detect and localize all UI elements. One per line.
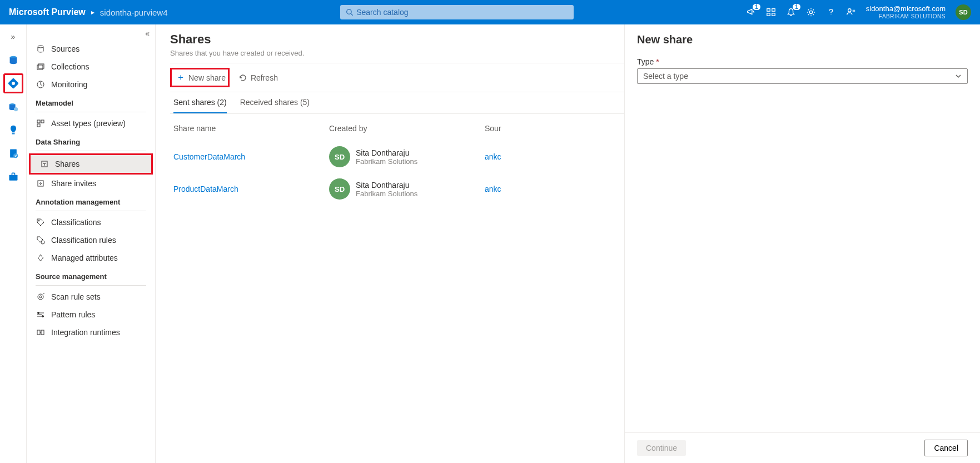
sidebar-item-label: Classifications [51, 218, 101, 227]
col-created-by[interactable]: Created by [329, 124, 485, 133]
sidebar-item-sources[interactable]: Sources [27, 40, 155, 58]
workspace-name[interactable]: sidontha-purview4 [100, 8, 168, 17]
creator-cell: SD Sita Dontharaju Fabrikam Solutions [329, 178, 485, 200]
rail-item-policy[interactable] [3, 143, 23, 163]
search-box[interactable] [340, 5, 574, 19]
gear-icon[interactable] [806, 7, 816, 17]
sidebar-item-asset-types[interactable]: Asset types (preview) [27, 114, 155, 132]
help-icon[interactable] [826, 7, 836, 17]
sidebar-item-pattern-rules[interactable]: Pattern rules [27, 306, 155, 323]
source-link[interactable]: ankc [485, 152, 621, 161]
svg-rect-20 [37, 120, 40, 123]
svg-point-27 [38, 294, 43, 300]
sidebar-item-shares[interactable]: Shares [29, 153, 153, 175]
table-row: ProductDataMarch SD Sita Dontharaju Fabr… [170, 173, 624, 205]
layout: » « Sources Collections [0, 24, 980, 463]
rail-item-data-estate[interactable] [3, 97, 23, 117]
search-input[interactable] [353, 8, 568, 17]
col-share-name[interactable]: Share name [173, 124, 329, 133]
bell-icon[interactable]: 1 [786, 7, 796, 17]
tabs: Sent shares (2) Received shares (5) [170, 92, 624, 114]
chevron-down-icon [955, 73, 962, 79]
rail-item-data-map[interactable] [3, 73, 23, 93]
directory-icon[interactable] [766, 7, 776, 17]
svg-point-10 [12, 82, 15, 85]
creator-avatar: SD [329, 178, 350, 200]
type-label: Type * [637, 57, 968, 66]
creator-name: Sita Dontharaju [356, 148, 417, 157]
share-link[interactable]: CustomerDataMarch [173, 152, 245, 161]
sidebar-item-classification-rules[interactable]: Classification rules [27, 231, 155, 249]
sidebar-item-integration-runtimes[interactable]: Integration runtimes [27, 323, 155, 341]
user-org: FABRIKAM SOLUTIONS [866, 13, 946, 20]
svg-point-6 [809, 11, 812, 13]
creator-name: Sita Dontharaju [356, 181, 417, 190]
share-link[interactable]: ProductDataMarch [173, 185, 238, 193]
rail-expand-icon[interactable]: » [3, 30, 23, 43]
new-share-label: New share [188, 73, 226, 82]
megaphone-icon[interactable]: 1 [746, 7, 756, 17]
svg-rect-2 [767, 9, 770, 12]
feedback-icon[interactable] [846, 7, 856, 17]
attributes-icon [36, 253, 46, 262]
svg-rect-15 [9, 175, 17, 181]
creator-org: Fabrikam Solutions [356, 190, 417, 198]
svg-rect-32 [41, 330, 44, 335]
table-row: CustomerDataMarch SD Sita Dontharaju Fab… [170, 141, 624, 173]
sidebar-item-scan-rule-sets[interactable]: Scan rule sets [27, 288, 155, 306]
new-share-panel: New share Type * Select a type Continue … [624, 24, 980, 463]
avatar[interactable]: SD [956, 4, 971, 20]
monitor-icon [36, 80, 46, 89]
creator-avatar: SD [329, 146, 350, 167]
continue-button[interactable]: Continue [637, 440, 686, 456]
svg-point-26 [41, 241, 44, 244]
rail-item-data-catalog[interactable] [3, 50, 23, 70]
user-block[interactable]: sidontha@microsoft.com FABRIKAM SOLUTION… [866, 4, 946, 20]
sidebar-item-managed-attributes[interactable]: Managed attributes [27, 249, 155, 267]
breadcrumb-separator: ▸ [91, 8, 94, 16]
sidebar-collapse-icon[interactable]: « [145, 29, 150, 38]
type-label-text: Type [637, 57, 654, 66]
main: Shares Shares that you have created or r… [156, 24, 980, 463]
svg-rect-3 [772, 9, 775, 12]
col-source[interactable]: Sour [485, 124, 621, 133]
svg-rect-31 [37, 330, 40, 335]
creator-org: Fabrikam Solutions [356, 157, 417, 166]
svg-rect-21 [41, 120, 44, 123]
svg-rect-22 [37, 124, 40, 127]
tab-sent-shares[interactable]: Sent shares (2) [173, 98, 227, 113]
sidebar-item-label: Asset types (preview) [51, 119, 126, 128]
svg-point-16 [38, 46, 43, 48]
share-icon [39, 160, 49, 168]
sidebar-section-annotation: Annotation management [27, 192, 155, 208]
tab-received-shares[interactable]: Received shares (5) [240, 98, 310, 113]
panel-footer: Continue Cancel [625, 432, 980, 463]
cancel-button[interactable]: Cancel [924, 440, 968, 456]
refresh-button[interactable]: Refresh [234, 71, 282, 84]
sidebar-item-classifications[interactable]: Classifications [27, 213, 155, 231]
sidebar: « Sources Collections Monitoring Metamod… [27, 24, 156, 463]
type-select[interactable]: Select a type [637, 68, 968, 84]
sidebar-item-collections[interactable]: Collections [27, 58, 155, 76]
svg-line-1 [351, 14, 352, 16]
select-placeholder: Select a type [643, 72, 688, 81]
sidebar-item-label: Pattern rules [51, 310, 95, 319]
search-wrap [168, 5, 746, 19]
sidebar-item-monitoring[interactable]: Monitoring [27, 76, 155, 93]
sidebar-item-label: Monitoring [51, 80, 87, 89]
top-bar: Microsoft Purview ▸ sidontha-purview4 1 … [0, 0, 980, 24]
asset-icon [36, 119, 46, 128]
svg-point-12 [13, 107, 17, 111]
pattern-icon [36, 310, 46, 319]
divider [36, 211, 146, 211]
brand: Microsoft Purview [9, 7, 86, 17]
sidebar-item-label: Scan rule sets [51, 292, 101, 301]
tag-icon [36, 218, 46, 227]
source-link[interactable]: ankc [485, 185, 621, 193]
invite-icon [36, 179, 46, 188]
sidebar-item-share-invites[interactable]: Share invites [27, 175, 155, 192]
rail-item-insights[interactable] [3, 120, 23, 140]
divider [36, 112, 146, 112]
new-share-button[interactable]: ＋ New share [170, 68, 230, 87]
rail-item-management[interactable] [3, 167, 23, 187]
